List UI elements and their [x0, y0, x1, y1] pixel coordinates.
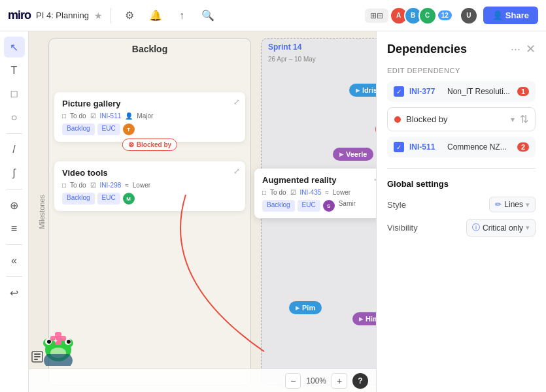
ticket-text: INI-511	[100, 112, 122, 120]
blocked-label: Blocked by	[137, 141, 171, 148]
text-tool[interactable]: T	[4, 60, 25, 81]
style-value-box[interactable]: ✏ Lines ▾	[489, 197, 536, 212]
style-value: Lines	[504, 200, 523, 209]
milestones-label: Milestones	[38, 195, 46, 229]
euc-tag-2: EUC	[97, 193, 120, 204]
ar-avatar: S	[323, 200, 335, 212]
status-icon: □	[62, 112, 66, 120]
card-avatar-milton: M	[123, 193, 135, 204]
dependency-item-2[interactable]: INI-511 Commence NZ... 2	[387, 137, 536, 157]
dep1-desc: Non_IT Resoluti...	[447, 87, 512, 96]
picture-gallery-tags: Backlog EUC T	[62, 123, 237, 135]
sidebar-sep-1	[7, 133, 22, 134]
blocked-dot	[394, 116, 401, 123]
visibility-icon: ⓘ	[472, 222, 480, 233]
share-button[interactable]: 👤 Share	[483, 7, 538, 24]
miro-logo: miro	[8, 8, 31, 22]
ar-status: To do	[270, 189, 286, 196]
swap-icon[interactable]: ⇅	[520, 113, 528, 125]
frog-mascot: +	[35, 320, 81, 366]
dep2-id: INI-511	[409, 142, 442, 152]
visibility-value: Critical only	[483, 223, 523, 233]
zoom-out-button[interactable]: −	[285, 373, 301, 389]
notifications-icon[interactable]: 🔔	[145, 5, 166, 26]
card-expand-icon[interactable]: ⤢	[233, 97, 240, 106]
share-upload-icon[interactable]: ↑	[171, 5, 192, 26]
picture-gallery-meta: □ To do ☑ INI-511 👤 Major	[62, 112, 237, 120]
priority-text-2: Lower	[133, 182, 150, 189]
ar-status-icon: □	[262, 189, 266, 196]
dep1-checkbox	[394, 86, 404, 97]
picture-gallery-card: ⤢ Picture gallery □ To do ☑ INI-511 👤 Ma…	[54, 92, 245, 142]
undo-tool[interactable]: ↩	[4, 282, 25, 303]
apps-icon[interactable]: ⊞⊟	[365, 8, 388, 23]
visibility-chevron-icon: ▾	[526, 223, 530, 232]
style-setting-row: Style ✏ Lines ▾	[387, 197, 536, 212]
backlog-tag-2: Backlog	[62, 193, 95, 204]
blocked-by-row[interactable]: Blocked by ▾ ⇅	[387, 107, 536, 131]
ar-avatar-name: Samir	[339, 200, 356, 212]
template-tool[interactable]: ≡	[4, 218, 25, 239]
backlog-tag: Backlog	[62, 123, 95, 135]
add-tool[interactable]: ⊕	[4, 195, 25, 216]
select-tool[interactable]: ↖	[4, 37, 25, 57]
blocked-chevron-icon[interactable]: ▾	[511, 115, 515, 124]
card-avatar-tom: T	[123, 123, 135, 135]
video-tools-meta: □ To do ☑ INI-298 ≈ Lower	[62, 182, 237, 189]
blocked-by-badge: ⊗ Blocked by	[122, 139, 177, 151]
ar-ticket: INI-435	[300, 189, 322, 196]
style-label: Style	[387, 200, 489, 210]
dep2-badge: 2	[517, 142, 529, 152]
shape-tool[interactable]: □	[4, 84, 25, 105]
avatar-3: C	[418, 7, 437, 25]
style-icon: ✏	[495, 200, 502, 209]
topbar: miro PI 4: Planning ★ ⚙ 🔔 ↑ 🔍 ⊞⊟ A B C 1…	[0, 0, 546, 31]
priority-text: Major	[137, 112, 153, 120]
priority-icon-2: ≈	[125, 182, 129, 189]
sticky-tool[interactable]: ○	[4, 107, 25, 128]
sprint-title: Sprint 14	[262, 39, 376, 56]
visibility-label: Visibility	[387, 223, 466, 233]
video-tools-card: ⤢ Video tools □ To do ☑ INI-298 ≈ Lower …	[54, 161, 245, 211]
edit-section-label: Edit dependency	[387, 67, 536, 74]
svg-point-5	[47, 340, 51, 344]
global-settings-label: Global settings	[387, 179, 536, 189]
ar-meta: □ To do ☑ INI-435 ≈ Lower	[262, 189, 376, 196]
dep1-badge: 1	[517, 87, 529, 96]
bottom-bar: − 100% + ?	[29, 368, 376, 392]
picture-gallery-title: Picture gallery	[62, 99, 237, 108]
visibility-value-box[interactable]: ⓘ Critical only ▾	[466, 219, 536, 237]
dep2-checkbox	[394, 142, 404, 152]
connector-tool[interactable]: ∫	[4, 163, 25, 184]
svg-point-6	[67, 340, 71, 344]
panel-title: Dependencies	[387, 42, 511, 56]
pen-tool[interactable]: /	[4, 139, 25, 160]
status-icon-2: □	[62, 182, 66, 189]
avatar-count: 12	[438, 10, 452, 20]
dependencies-panel: Dependencies ··· ✕ Edit dependency INI-3…	[376, 31, 546, 392]
card-expand-icon-2[interactable]: ⤢	[233, 167, 240, 176]
video-tools-title: Video tools	[62, 168, 237, 178]
panel-close-button[interactable]: ✕	[526, 42, 536, 56]
help-button[interactable]: ?	[352, 373, 368, 389]
ar-priority: Lower	[333, 189, 350, 196]
bubble-pim: Pim	[289, 301, 322, 314]
panel-menu-icon[interactable]: ···	[511, 42, 520, 56]
sidebar-sep-4	[7, 276, 22, 277]
sidebar-sep-3	[7, 244, 22, 245]
sidebar-sep-2	[7, 189, 22, 189]
status-text-2: To do	[70, 182, 86, 189]
bubble-veerle: Veerle	[333, 148, 373, 161]
user-avatar[interactable]: U	[460, 7, 478, 25]
star-icon[interactable]: ★	[94, 10, 103, 21]
panel-divider	[387, 168, 536, 169]
visibility-setting-row: Visibility ⓘ Critical only ▾	[387, 219, 536, 237]
bubble-idris: Idris	[349, 84, 376, 97]
settings-icon[interactable]: ⚙	[119, 5, 140, 26]
search-icon[interactable]: 🔍	[197, 5, 218, 26]
video-tools-tags: Backlog EUC M	[62, 193, 237, 204]
zoom-in-button[interactable]: +	[332, 373, 347, 389]
ar-tags: Backlog EUC S Samir	[262, 200, 376, 212]
expand-tool[interactable]: «	[4, 250, 25, 271]
dependency-item-1[interactable]: INI-377 Non_IT Resoluti... 1	[387, 81, 536, 102]
